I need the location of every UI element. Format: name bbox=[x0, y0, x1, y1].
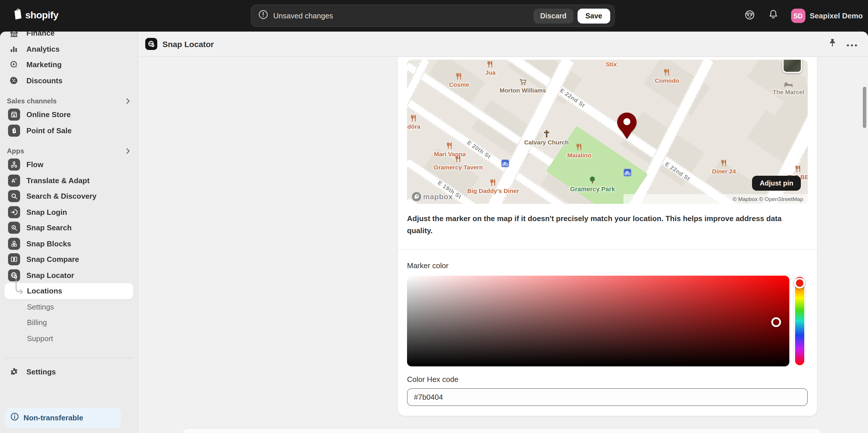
bike-icon bbox=[501, 159, 509, 167]
avatar: SD bbox=[791, 9, 805, 23]
snap-locator-app-icon bbox=[145, 38, 157, 50]
marker-color-label: Marker color bbox=[407, 261, 448, 270]
map-poi-label: Comodo bbox=[655, 69, 679, 84]
map-poi-label: Diner 24 bbox=[712, 160, 736, 175]
discard-button[interactable]: Discard bbox=[533, 8, 574, 23]
map-poi-label: Morton Williams bbox=[499, 79, 546, 94]
more-dots-icon[interactable] bbox=[846, 39, 858, 49]
svg-text:A: A bbox=[11, 178, 15, 184]
sidebar-item-flow[interactable]: Flow bbox=[5, 157, 133, 173]
shopify-logo[interactable]: shopify bbox=[11, 8, 58, 22]
sidebar-item-snap-login[interactable]: Snap Login bbox=[5, 204, 133, 220]
sidebar: Finance Analytics Marketing Discounts Sa… bbox=[0, 32, 138, 433]
sidebar-item-support[interactable]: Support bbox=[5, 331, 133, 346]
sidebar-item-search-discovery[interactable]: Search & Discovery bbox=[5, 188, 133, 204]
topbar-right: SD Seapixel Demo bbox=[744, 0, 864, 32]
location-map[interactable]: JuaCosmeMorton WilliamsStixE 22nd StComo… bbox=[407, 60, 808, 204]
location-marker-pin[interactable] bbox=[617, 113, 637, 141]
sidebar-section-sales-channels[interactable]: Sales channels bbox=[5, 95, 133, 107]
map-poi-label: Calvary Church bbox=[524, 130, 569, 145]
hex-code-label: Color Hex code bbox=[407, 375, 458, 383]
storefront-icon bbox=[8, 109, 20, 121]
gear-icon bbox=[7, 368, 21, 376]
adjust-pin-button[interactable]: Adjust pin bbox=[752, 176, 801, 191]
sidebar-divider bbox=[5, 358, 133, 358]
fork-knife-icon bbox=[485, 61, 495, 69]
sidebar-item-snap-blocks[interactable]: Snap Blocks bbox=[5, 236, 133, 251]
map-poi-label: Big Daddy's Diner bbox=[467, 179, 519, 194]
map-poi-label: dôra bbox=[407, 115, 421, 130]
sidebar-item-finance[interactable]: Finance bbox=[5, 32, 133, 41]
marker-description: Adjust the marker on the map if it doesn… bbox=[407, 213, 803, 237]
scrollbar-thumb[interactable] bbox=[863, 87, 866, 128]
main-content: Snap Locator JuaCosmeMorton WilliamsStix… bbox=[138, 32, 868, 433]
map-poi-label: Stix bbox=[606, 61, 617, 67]
tree-icon bbox=[570, 176, 615, 185]
top-bar: shopify Unsaved changes Discard Save SD … bbox=[0, 0, 868, 32]
fork-knife-icon bbox=[655, 69, 679, 77]
user-menu[interactable]: SD Seapixel Demo bbox=[791, 9, 864, 23]
map-poi-label: Gramercy Park bbox=[570, 176, 615, 192]
non-transferable-badge[interactable]: Non-transferable bbox=[5, 408, 121, 428]
sidebar-item-marketing[interactable]: Marketing bbox=[5, 57, 133, 73]
card-divider bbox=[398, 249, 817, 250]
sidekick-icon[interactable] bbox=[744, 9, 755, 23]
sidebar-item-snap-locator-settings[interactable]: Settings bbox=[5, 299, 133, 315]
saturation-value-picker[interactable] bbox=[407, 276, 789, 366]
hue-handle[interactable] bbox=[794, 278, 805, 288]
search-icon bbox=[8, 190, 20, 203]
pushpin-icon[interactable] bbox=[828, 38, 837, 50]
bank-icon bbox=[7, 32, 21, 38]
alert-icon bbox=[258, 10, 268, 22]
discount-badge-icon bbox=[7, 77, 21, 85]
location-settings-card: JuaCosmeMorton WilliamsStixE 22nd StComo… bbox=[398, 57, 817, 416]
bike-icon bbox=[624, 169, 631, 176]
sidebar-item-online-store[interactable]: Online Store bbox=[5, 107, 133, 123]
sidebar-item-discounts[interactable]: Discounts bbox=[5, 73, 133, 88]
bed-icon bbox=[773, 82, 804, 88]
fork-knife-icon bbox=[407, 115, 421, 123]
fork-knife-icon bbox=[787, 165, 808, 174]
mapbox-logo[interactable]: mapbox bbox=[412, 192, 453, 202]
globe-pin-icon bbox=[8, 269, 20, 281]
bike-lane-icon bbox=[624, 169, 631, 177]
map-poi-label: Jua bbox=[485, 61, 495, 75]
map-poi-label: The Marcel bbox=[773, 82, 804, 95]
hue-slider[interactable] bbox=[794, 276, 805, 366]
fork-knife-icon bbox=[434, 143, 466, 151]
sidebar-item-settings[interactable]: Settings bbox=[5, 364, 133, 380]
hex-code-input[interactable] bbox=[407, 388, 808, 406]
color-cursor[interactable] bbox=[771, 317, 781, 327]
sidebar-item-analytics[interactable]: Analytics bbox=[5, 41, 133, 57]
notifications-bell-icon[interactable] bbox=[768, 9, 778, 22]
unsaved-changes-text: Unsaved changes bbox=[273, 11, 533, 20]
mapbox-icon bbox=[412, 192, 422, 202]
login-icon bbox=[8, 206, 20, 218]
bar-chart-icon bbox=[7, 45, 21, 53]
map-poi-label: Cosme bbox=[449, 73, 469, 88]
sidebar-item-billing[interactable]: Billing bbox=[5, 315, 133, 331]
sidebar-item-snap-search[interactable]: Snap Search bbox=[5, 220, 133, 236]
save-button[interactable]: Save bbox=[578, 8, 610, 23]
map-style-toggle[interactable] bbox=[782, 60, 802, 73]
fork-knife-icon bbox=[467, 179, 519, 187]
sidebar-item-snap-locator[interactable]: Snap Locator bbox=[5, 267, 133, 283]
shopify-bag-icon bbox=[11, 8, 22, 22]
cross-icon bbox=[524, 130, 569, 138]
compare-icon bbox=[8, 253, 20, 266]
sidebar-item-point-of-sale[interactable]: Point of Sale bbox=[5, 123, 133, 138]
fork-knife-icon bbox=[567, 144, 591, 152]
sidebar-item-snap-compare[interactable]: Snap Compare bbox=[5, 251, 133, 267]
map-poi-label: Maialino bbox=[567, 144, 591, 159]
map-attribution[interactable]: © Mapbox © OpenStreetMap bbox=[623, 194, 808, 204]
fork-knife-icon bbox=[434, 156, 483, 164]
sidebar-section-apps[interactable]: Apps bbox=[5, 145, 133, 157]
store-name: Seapixel Demo bbox=[810, 11, 864, 20]
sidebar-item-locations[interactable]: Locations bbox=[5, 283, 133, 299]
info-icon bbox=[10, 412, 19, 423]
sidebar-item-translate-adapt[interactable]: A Translate & Adapt bbox=[5, 173, 133, 188]
app-frame: Finance Analytics Marketing Discounts Sa… bbox=[0, 32, 868, 433]
page-header: Snap Locator bbox=[138, 32, 868, 57]
chevron-right-icon bbox=[125, 96, 131, 106]
cart-icon bbox=[499, 79, 546, 87]
